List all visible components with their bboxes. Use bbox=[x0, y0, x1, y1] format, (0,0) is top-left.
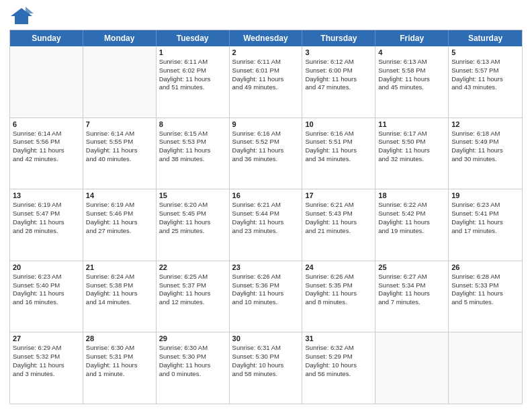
cell-line: Sunrise: 6:22 AM bbox=[378, 201, 445, 210]
cell-line: Sunrise: 6:13 AM bbox=[451, 58, 519, 66]
day-number: 9 bbox=[232, 120, 300, 128]
cell-line: Daylight: 11 hours bbox=[451, 289, 519, 298]
day-cell-17: 17Sunrise: 6:21 AMSunset: 5:43 PMDayligh… bbox=[302, 189, 375, 261]
cell-line: Sunrise: 6:26 AM bbox=[232, 273, 300, 281]
cell-line: and 51 minutes. bbox=[159, 83, 226, 92]
day-cell-12: 12Sunrise: 6:18 AMSunset: 5:49 PMDayligh… bbox=[449, 118, 522, 189]
day-number: 8 bbox=[159, 120, 226, 128]
day-cell-27: 27Sunrise: 6:29 AMSunset: 5:32 PMDayligh… bbox=[10, 332, 83, 404]
cell-line: Sunset: 5:52 PM bbox=[232, 138, 300, 146]
day-cell-23: 23Sunrise: 6:26 AMSunset: 5:36 PMDayligh… bbox=[230, 261, 303, 332]
day-cell-6: 6Sunrise: 6:14 AMSunset: 5:56 PMDaylight… bbox=[10, 118, 83, 189]
header bbox=[9, 7, 523, 26]
day-number: 3 bbox=[305, 48, 372, 56]
cell-line: Sunrise: 6:15 AM bbox=[159, 130, 226, 138]
cell-line: Daylight: 11 hours bbox=[305, 218, 372, 227]
cell-line: Daylight: 11 hours bbox=[13, 361, 80, 370]
cell-line: and 40 minutes. bbox=[86, 155, 153, 164]
cell-line: Sunset: 5:42 PM bbox=[378, 210, 445, 218]
cell-line: and 1 minute. bbox=[86, 370, 153, 379]
day-number: 20 bbox=[13, 263, 80, 271]
cell-line: Daylight: 11 hours bbox=[451, 146, 519, 155]
cell-line: Sunrise: 6:21 AM bbox=[232, 201, 300, 210]
cell-line: Sunset: 5:30 PM bbox=[232, 353, 300, 361]
day-cell-24: 24Sunrise: 6:26 AMSunset: 5:35 PMDayligh… bbox=[302, 261, 375, 332]
empty-cell-r4c5 bbox=[375, 332, 449, 404]
logo-icon bbox=[9, 7, 34, 26]
day-cell-2: 2Sunrise: 6:11 AMSunset: 6:01 PMDaylight… bbox=[230, 46, 303, 118]
calendar-row-4: 20Sunrise: 6:23 AMSunset: 5:40 PMDayligh… bbox=[10, 261, 522, 332]
day-number: 7 bbox=[86, 120, 153, 128]
day-number: 11 bbox=[378, 120, 445, 128]
cell-line: Sunset: 5:31 PM bbox=[86, 353, 153, 361]
cell-line: Sunrise: 6:12 AM bbox=[305, 58, 372, 66]
cell-line: Sunset: 6:01 PM bbox=[232, 66, 300, 75]
cell-line: Daylight: 11 hours bbox=[451, 218, 519, 227]
cell-line: Daylight: 11 hours bbox=[86, 361, 153, 370]
cell-line: and 47 minutes. bbox=[305, 83, 372, 92]
cell-line: Sunset: 5:41 PM bbox=[451, 210, 519, 218]
day-cell-5: 5Sunrise: 6:13 AMSunset: 5:57 PMDaylight… bbox=[449, 46, 522, 118]
cell-line: Sunrise: 6:14 AM bbox=[86, 130, 153, 138]
cell-line: Sunrise: 6:30 AM bbox=[159, 344, 226, 353]
day-cell-3: 3Sunrise: 6:12 AMSunset: 6:00 PMDaylight… bbox=[302, 46, 375, 118]
day-cell-30: 30Sunrise: 6:31 AMSunset: 5:30 PMDayligh… bbox=[230, 332, 303, 404]
cell-line: Daylight: 11 hours bbox=[232, 289, 300, 298]
weekday-header-sunday: Sunday bbox=[10, 30, 83, 46]
day-number: 26 bbox=[451, 263, 519, 271]
day-cell-1: 1Sunrise: 6:11 AMSunset: 6:02 PMDaylight… bbox=[157, 46, 230, 118]
day-number: 15 bbox=[159, 191, 226, 199]
day-number: 10 bbox=[305, 120, 372, 128]
cell-line: Daylight: 11 hours bbox=[232, 75, 300, 84]
cell-line: and 7 minutes. bbox=[378, 298, 445, 307]
cell-line: Sunrise: 6:17 AM bbox=[378, 130, 445, 138]
day-cell-4: 4Sunrise: 6:13 AMSunset: 5:58 PMDaylight… bbox=[375, 46, 449, 118]
cell-line: Daylight: 11 hours bbox=[378, 146, 445, 155]
cell-line: and 42 minutes. bbox=[13, 155, 80, 164]
cell-line: Sunrise: 6:14 AM bbox=[13, 130, 80, 138]
weekday-header-friday: Friday bbox=[375, 30, 449, 46]
empty-cell-r4c6 bbox=[449, 332, 522, 404]
page: SundayMondayTuesdayWednesdayThursdayFrid… bbox=[0, 0, 532, 411]
cell-line: and 49 minutes. bbox=[232, 83, 300, 92]
day-number: 28 bbox=[86, 334, 153, 342]
cell-line: Sunset: 5:57 PM bbox=[451, 66, 519, 75]
cell-line: Sunset: 5:46 PM bbox=[86, 210, 153, 218]
cell-line: Daylight: 11 hours bbox=[232, 146, 300, 155]
cell-line: Sunset: 5:51 PM bbox=[305, 138, 372, 146]
day-cell-10: 10Sunrise: 6:16 AMSunset: 5:51 PMDayligh… bbox=[302, 118, 375, 189]
cell-line: and 8 minutes. bbox=[305, 298, 372, 307]
day-cell-20: 20Sunrise: 6:23 AMSunset: 5:40 PMDayligh… bbox=[10, 261, 83, 332]
cell-line: Daylight: 10 hours bbox=[232, 361, 300, 370]
cell-line: Sunset: 5:47 PM bbox=[13, 210, 80, 218]
day-cell-8: 8Sunrise: 6:15 AMSunset: 5:53 PMDaylight… bbox=[157, 118, 230, 189]
cell-line: Daylight: 10 hours bbox=[305, 361, 372, 370]
cell-line: and 5 minutes. bbox=[451, 298, 519, 307]
day-number: 31 bbox=[305, 334, 372, 342]
day-number: 5 bbox=[451, 48, 519, 56]
day-number: 25 bbox=[378, 263, 445, 271]
cell-line: and 58 minutes. bbox=[232, 370, 300, 379]
cell-line: Sunset: 5:38 PM bbox=[86, 281, 153, 290]
day-number: 29 bbox=[159, 334, 226, 342]
weekday-header-thursday: Thursday bbox=[302, 30, 375, 46]
cell-line: Sunrise: 6:31 AM bbox=[232, 344, 300, 353]
calendar-header: SundayMondayTuesdayWednesdayThursdayFrid… bbox=[10, 30, 522, 46]
cell-line: and 38 minutes. bbox=[159, 155, 226, 164]
cell-line: and 23 minutes. bbox=[232, 227, 300, 236]
cell-line: and 10 minutes. bbox=[232, 298, 300, 307]
cell-line: and 34 minutes. bbox=[305, 155, 372, 164]
day-cell-13: 13Sunrise: 6:19 AMSunset: 5:47 PMDayligh… bbox=[10, 189, 83, 261]
day-number: 23 bbox=[232, 263, 300, 271]
cell-line: and 56 minutes. bbox=[305, 370, 372, 379]
day-cell-25: 25Sunrise: 6:27 AMSunset: 5:34 PMDayligh… bbox=[375, 261, 449, 332]
day-cell-14: 14Sunrise: 6:19 AMSunset: 5:46 PMDayligh… bbox=[83, 189, 157, 261]
cell-line: Sunset: 5:37 PM bbox=[159, 281, 226, 290]
day-cell-21: 21Sunrise: 6:24 AMSunset: 5:38 PMDayligh… bbox=[83, 261, 157, 332]
cell-line: Daylight: 11 hours bbox=[305, 146, 372, 155]
cell-line: Sunrise: 6:32 AM bbox=[305, 344, 372, 353]
cell-line: Daylight: 11 hours bbox=[378, 218, 445, 227]
cell-line: Sunrise: 6:27 AM bbox=[378, 273, 445, 281]
cell-line: Daylight: 11 hours bbox=[13, 289, 80, 298]
weekday-header-wednesday: Wednesday bbox=[230, 30, 303, 46]
